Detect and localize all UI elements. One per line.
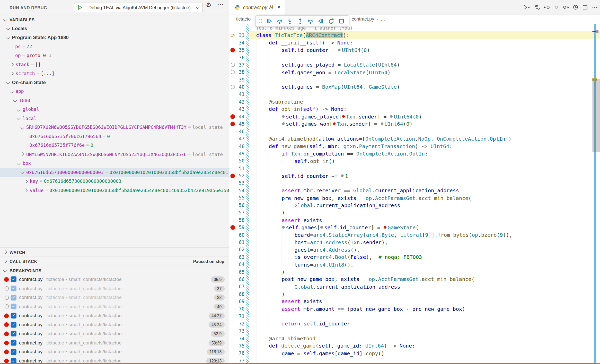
code-line-content[interactable]: def __init__(self) -> None: (249, 39, 600, 46)
code-line-content[interactable]: board=arc4.StaticArray[arc4.Byte, Litera… (249, 231, 600, 239)
code-line-content[interactable] (249, 54, 600, 61)
code-line-content[interactable]: return self.id_counter (249, 320, 600, 327)
chevron-down-icon[interactable] (17, 161, 21, 165)
breakpoint-checkbox[interactable]: ✓ (11, 295, 16, 300)
chevron-right-icon[interactable] (20, 152, 24, 156)
section-header-breakpoints[interactable]: BREAKPOINTS (0, 266, 229, 275)
code-line-content[interactable]: def delete_game(self, game_id: UInt64) -… (249, 342, 600, 350)
tree-scope-on-chain-state[interactable]: On-chain State (0, 78, 229, 87)
breakpoint-row[interactable]: ✓contract.pytictactoe • smart_contracts/… (0, 347, 229, 356)
code-line-content[interactable]: self.id_counter = UInt64(0) (249, 46, 600, 54)
code-line-content[interactable]: is_over=arc4.Bool(False), # noqa: FBT003 (249, 253, 600, 261)
code-line-content[interactable] (249, 128, 600, 135)
chevron-down-icon[interactable] (13, 98, 17, 102)
tree-variable-row[interactable]: UNML6W5NVHRIKTEOZAA4NI2SWQROSGNFNY2QS523… (0, 150, 229, 159)
open-changes-icon[interactable] (534, 4, 540, 10)
breakpoint-gutter[interactable] (229, 32, 236, 38)
breakpoint-row[interactable]: ✓contract.pytictactoe • smart_contracts/… (0, 311, 229, 320)
chevron-right-icon[interactable] (10, 72, 13, 76)
breakpoint-gutter[interactable] (229, 70, 236, 74)
section-header-watch[interactable]: WATCH (0, 247, 229, 257)
launch-config-select[interactable]: Debug TEAL via AlgoKit AVM Debugger (tic… (74, 3, 203, 12)
section-header-call-stack[interactable]: CALL STACK Paused on step (0, 257, 229, 266)
code-line-content[interactable]: @arc4.abimethod (249, 335, 600, 342)
inline-breakpoint-candidate-icon[interactable] (321, 226, 323, 229)
breadcrumb-item-file[interactable]: contract.py (352, 16, 374, 22)
tree-variable-row[interactable]: 1880 (0, 96, 229, 105)
breakpoint-row[interactable]: ✓contract.pytictactoe • smart_contracts/… (0, 329, 229, 338)
tree-variable-row[interactable]: scratch=[...] (0, 69, 229, 78)
code-line-content[interactable] (249, 179, 600, 187)
chevron-down-icon[interactable] (20, 125, 24, 129)
tree-scope-locals[interactable]: Locals (0, 24, 229, 33)
chevron-down-icon[interactable] (10, 89, 13, 93)
code-line-content[interactable]: assert mbr.receiver == Global.current_ap… (249, 187, 600, 194)
chevron-right-icon[interactable] (24, 188, 28, 192)
inline-breakpoint-icon[interactable] (384, 226, 386, 229)
breakpoint-checkbox[interactable]: ✓ (11, 322, 16, 327)
code-line-content[interactable]: assert mbr.amount == (post_new_game_box … (249, 305, 600, 313)
breakpoint-unverified-icon[interactable] (231, 85, 235, 89)
inline-breakpoint-candidate-icon[interactable] (282, 122, 285, 125)
code-line-content[interactable]: ) (249, 268, 600, 276)
code-line-content[interactable]: ) (249, 209, 600, 216)
inline-breakpoint-candidate-icon[interactable] (341, 174, 344, 177)
chevron-down-icon[interactable] (17, 116, 21, 120)
code-line-content[interactable]: def new_game(self, mbr: gtxn.PaymentTran… (249, 142, 600, 150)
code-line-content[interactable]: @arc4.abimethod(allow_actions=[OnComplet… (249, 135, 600, 142)
breakpoint-icon[interactable] (230, 122, 235, 126)
chevron-down-icon[interactable] (6, 27, 10, 31)
breakpoint-gutter[interactable] (229, 122, 236, 126)
code-line-content[interactable] (249, 313, 600, 320)
code-line-content[interactable]: self.games[self.id_counter] = GameState( (249, 224, 600, 231)
code-line-content[interactable] (249, 91, 600, 98)
tree-variable-row[interactable]: SRH6D7XU2N6WQQ5SSYDQFG5ESO6JWEQIDPGLUGYC… (0, 123, 229, 132)
code-line-content[interactable]: self.games_won = LocalState(UInt64) (249, 68, 600, 76)
code-line-content[interactable]: @subroutine (249, 98, 600, 105)
inline-breakpoint-candidate-icon[interactable] (390, 115, 393, 117)
code-line-content[interactable] (249, 327, 600, 335)
chevron-down-icon[interactable] (6, 36, 10, 40)
breakpoint-unverified-icon[interactable] (231, 63, 235, 67)
chevron-right-icon[interactable] (10, 63, 13, 67)
continue-button[interactable] (264, 16, 274, 26)
breakpoint-row[interactable]: ✓contract.pytictactoe • smart_contracts/… (0, 338, 229, 347)
breakpoint-checkbox[interactable]: ✓ (11, 304, 16, 310)
code-line-content[interactable]: Global.current_application_address (249, 283, 600, 290)
section-header-variables[interactable]: VARIABLES (0, 15, 229, 24)
breakpoint-icon[interactable] (230, 48, 235, 52)
tree-variable-row[interactable]: stack=[] (0, 60, 229, 69)
inline-breakpoint-icon[interactable] (342, 115, 345, 117)
code-line-content[interactable]: turns=arc4.UInt8(), (249, 261, 600, 268)
next-change-icon[interactable] (563, 4, 569, 10)
code-line-content[interactable]: ) (249, 290, 600, 298)
breakpoint-checkbox[interactable]: ✓ (11, 349, 16, 355)
breakpoint-checkbox[interactable]: ✓ (11, 340, 16, 345)
breakpoint-gutter[interactable] (229, 225, 236, 230)
code-line-content[interactable]: self.opt_in() (249, 157, 600, 165)
code-line-content[interactable]: def opt_in(self) -> None: (249, 105, 600, 113)
breadcrumb-item-folder[interactable]: tictacto (236, 16, 251, 22)
breakpoint-checkbox[interactable]: ✓ (11, 331, 16, 336)
inline-breakpoint-candidate-icon[interactable] (282, 115, 285, 117)
tree-variable-row[interactable]: 0x67616d65735f706c61796564=0 (0, 132, 229, 141)
code-line-content[interactable]: class TicTacToe(ARC4Contract): (249, 31, 600, 39)
tree-variable-row[interactable]: app (0, 87, 229, 96)
breakpoint-icon[interactable] (230, 114, 235, 119)
overview-ruler[interactable] (592, 24, 600, 364)
inline-breakpoint-candidate-icon[interactable] (381, 122, 383, 125)
code-line-content[interactable]: if Txn.on_completion == OnCompleteAction… (249, 150, 600, 157)
code-line-content[interactable]: self.games_played = LocalState(UInt64) (249, 61, 600, 69)
breakpoint-icon[interactable] (230, 174, 235, 178)
breakpoint-checkbox[interactable]: ✓ (11, 313, 16, 318)
code-line-content[interactable]: Global.current_application_address (249, 202, 600, 209)
code-line-content[interactable]: assert exists (249, 216, 600, 224)
breakpoint-gutter[interactable] (229, 63, 236, 67)
chevron-down-icon[interactable] (6, 81, 10, 85)
tree-variable-row[interactable]: op=proto 0 1 (0, 51, 229, 60)
breakpoint-gutter[interactable] (229, 114, 236, 119)
inline-breakpoint-icon[interactable] (333, 122, 336, 125)
breakpoint-gutter[interactable] (229, 174, 236, 178)
code-line-content[interactable]: self.games = BoxMap(UInt64, GameState) (249, 83, 600, 91)
breakpoint-row[interactable]: ✓contract.pytictactoe • smart_contracts/… (0, 284, 229, 293)
